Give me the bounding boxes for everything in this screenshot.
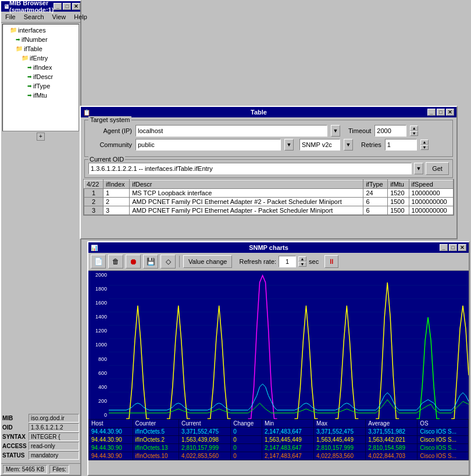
refresh-up[interactable]: ▲ — [298, 256, 306, 262]
retries-spinner[interactable]: ▲ ▼ — [420, 139, 429, 150]
chart-data-row: 94.44.30.90 ifInOctets.2 1,563,439,098 0… — [89, 436, 469, 444]
table-minimize-btn[interactable]: _ — [427, 109, 436, 116]
value-change-button[interactable]: Value change — [183, 255, 232, 268]
refresh-spinner[interactable]: ▲ ▼ — [298, 256, 306, 267]
tree-item-ifentry[interactable]: 📁 ifEntry — [4, 53, 77, 63]
tree-label: ifType — [33, 81, 50, 91]
data-table-scroll[interactable]: 4/22 ifIndex ifDescr ifType ifMtu ifSpee… — [83, 179, 454, 216]
chart-cell-host: 94.44.30.90 — [89, 436, 133, 444]
tree-item-ifnumber[interactable]: ➡ ifNumber — [4, 35, 77, 44]
save-chart-btn[interactable]: 💾 — [143, 255, 158, 269]
y-label-400: 400 — [88, 384, 109, 390]
delete-chart-btn[interactable]: 🗑 — [108, 255, 123, 269]
mib-browser-title-text: MIB Browser (smartmode:1) — [9, 0, 53, 13]
menu-search[interactable]: Search — [22, 13, 46, 21]
table-title-text: Table — [251, 109, 267, 116]
snmp-version-input[interactable] — [299, 139, 340, 151]
tree-label: interfaces — [18, 26, 46, 35]
retries-down[interactable]: ▼ — [420, 145, 429, 150]
minimize-button[interactable]: _ — [53, 3, 62, 10]
menu-help[interactable]: Help — [72, 13, 89, 21]
new-chart-btn[interactable]: 📄 — [91, 255, 106, 269]
chart-cell-host: 94.44.30.90 — [89, 452, 133, 460]
table-maximize-btn[interactable]: □ — [437, 109, 445, 116]
cell-ifindex: 3 — [104, 206, 130, 215]
cell-ifmtu: 1500 — [388, 206, 409, 215]
oid-field-value: 1.3.6.1.2.1.2 — [28, 423, 79, 432]
cell-iftype: 6 — [363, 206, 388, 215]
timeout-down[interactable]: ▼ — [410, 131, 418, 136]
y-axis: 2000 1800 1600 1400 1200 1000 800 600 40… — [88, 271, 109, 419]
refresh-rate-input[interactable] — [279, 256, 296, 267]
tree-item-iftable[interactable]: 📁 ifTable — [4, 44, 77, 53]
chart-data-row: 94.44.30.90 ifInOctets.5 3,371,552,475 0… — [89, 428, 469, 436]
properties-btn[interactable]: ⏺ — [126, 255, 141, 269]
col-iftype-header: ifType — [363, 180, 388, 189]
folder-icon: 📁 — [10, 26, 17, 35]
refresh-down[interactable]: ▼ — [298, 262, 306, 267]
agent-dropdown-btn[interactable]: ▼ — [331, 125, 340, 137]
maximize-button[interactable]: □ — [63, 3, 71, 10]
folder-icon: 📁 — [16, 44, 23, 53]
tree-item-interfaces[interactable]: 📁 interfaces — [4, 26, 77, 35]
table-row: 3 3 AMD PCNET Family PCI Ethernet Adapte… — [84, 206, 454, 215]
chart-col-header: Min — [262, 420, 313, 428]
status-field-value: mandatory — [28, 451, 79, 460]
community-input[interactable] — [135, 139, 281, 151]
delete-icon: 🗑 — [112, 257, 119, 266]
retries-up[interactable]: ▲ — [420, 139, 429, 145]
tree-item-ifmtu[interactable]: ➡ ifMtu — [4, 91, 77, 100]
chart-cell-change: 0 — [231, 428, 262, 436]
community-dropdown-btn[interactable]: ▼ — [284, 139, 294, 151]
charts-close-btn[interactable]: ✕ — [458, 244, 466, 251]
mib-tree[interactable]: 📁 interfaces ➡ ifNumber 📁 ifTable 📁 ifEn… — [2, 24, 79, 131]
folder-icon: 📁 — [22, 53, 28, 63]
tree-label: ifNumber — [22, 35, 48, 44]
chart-cell-current: 3,371,552,475 — [179, 428, 231, 436]
oid-input[interactable] — [88, 163, 412, 174]
tree-expand-btn[interactable]: + — [37, 133, 45, 141]
timeout-up[interactable]: ▲ — [410, 126, 418, 131]
toolbar-separator — [179, 256, 180, 267]
chart-col-header: Average — [366, 420, 418, 428]
timeout-input[interactable] — [374, 125, 406, 137]
chart-cell-os: Cisco IOS S... — [418, 436, 469, 444]
timeout-label: Timeout — [348, 127, 371, 134]
agent-ip-input[interactable] — [135, 125, 327, 137]
timeout-spinner[interactable]: ▲ ▼ — [410, 126, 418, 136]
chart-cell-max: 4,022,853,560 — [314, 452, 366, 460]
charts-maximize-btn[interactable]: □ — [449, 244, 457, 251]
tree-item-ifdescr[interactable]: ➡ ifDescr — [4, 72, 77, 81]
retries-input[interactable] — [385, 139, 417, 151]
oid-dropdown-btn[interactable]: ▼ — [414, 163, 423, 174]
menu-file[interactable]: File — [3, 13, 17, 21]
tree-label: ifDescr — [33, 72, 53, 81]
y-label-0: 0 — [88, 412, 109, 418]
snmp-charts-title-bar: 📊 SNMP charts _ □ ✕ — [88, 242, 469, 253]
community-label: Community — [88, 141, 132, 148]
tree-item-iftype[interactable]: ➡ ifType — [4, 81, 77, 91]
charts-minimize-btn[interactable]: _ — [440, 244, 448, 251]
cell-ifdescr: AMD PCNET Family PCI Ethernet Adapter #2… — [130, 198, 363, 206]
mib-browser-window: 🖥 MIB Browser (smartmode:1) _ □ ✕ File S… — [0, 0, 81, 476]
snmp-charts-title-icon: 📊 — [91, 245, 98, 251]
arrow-icon: ➡ — [27, 91, 32, 100]
y-label-2000: 2000 — [88, 272, 109, 278]
chart-cell-max: 2,810,157,999 — [314, 444, 366, 452]
y-label-600: 600 — [88, 370, 109, 376]
row-num: 2 — [84, 198, 104, 206]
close-button[interactable]: ✕ — [72, 3, 80, 10]
menu-view[interactable]: View — [51, 13, 68, 21]
pause-button[interactable]: ⏸ — [324, 255, 338, 268]
clear-chart-btn[interactable]: ◇ — [160, 255, 176, 269]
table-close-btn[interactable]: ✕ — [446, 109, 454, 116]
get-button[interactable]: Get — [426, 162, 449, 175]
snmp-version-dropdown[interactable]: ▼ — [344, 139, 353, 151]
agent-ip-label: Agent (IP) — [88, 127, 132, 134]
cell-ifmtu: 1500 — [388, 198, 409, 206]
chart-cell-average: 2,810,154,589 — [366, 444, 418, 452]
mem-status: Mem: 5465 KB — [3, 465, 47, 474]
chart-col-header: OS — [418, 420, 469, 428]
tree-item-ifindex[interactable]: ➡ ifIndex — [4, 63, 77, 72]
chart-cell-average: 1,563,442,021 — [366, 436, 418, 444]
